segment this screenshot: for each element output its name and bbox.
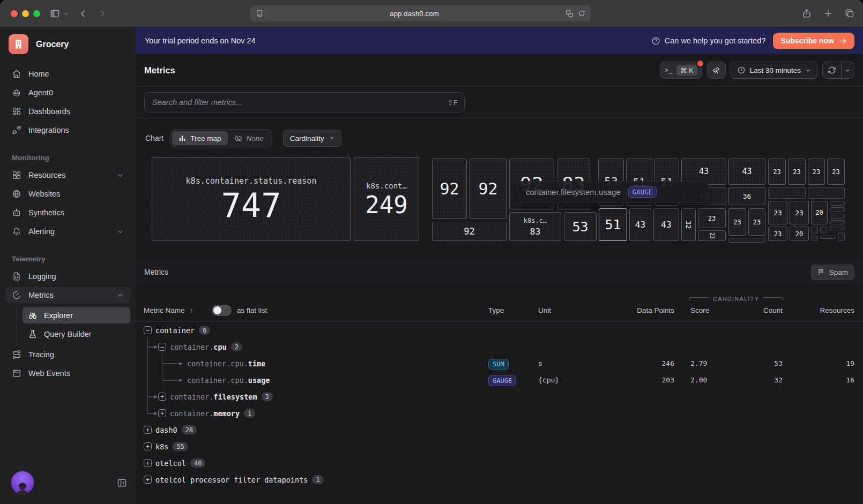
treemap-tile-23[interactable]: 23 [808,159,825,185]
metrics-search-box[interactable]: ⇧F [144,92,465,112]
time-range-selector[interactable]: Last 30 minutes [731,62,817,79]
treemap-tile-43[interactable]: 43 [653,208,679,241]
metric-row-otelcol[interactable]: +otelcol40 [136,455,863,471]
treemap-tile-empty[interactable] [728,238,765,243]
expand-icon[interactable]: + [144,476,152,484]
treemap-tile-empty[interactable] [830,220,845,224]
zoom-window-button[interactable] [33,10,40,17]
sidebar-item-alerting[interactable]: Alerting [5,223,130,239]
treemap-tile-23[interactable]: 23 [728,208,746,236]
sidebar-item-resources[interactable]: Resources [5,167,130,183]
sidebar-item-tracing[interactable]: Tracing [5,347,130,363]
sidebar-item-websites[interactable]: Websites [5,186,130,202]
help-link[interactable]: Can we help you get started? [651,36,766,46]
column-score[interactable]: Score [674,306,744,314]
expand-icon[interactable]: + [144,442,152,450]
treemap-tile-empty[interactable] [820,227,827,234]
chart-type-none-button[interactable]: None [228,131,270,145]
translate-icon[interactable] [566,10,574,18]
browser-sidebar-toggle-icon[interactable] [50,9,60,19]
column-type[interactable]: Type [488,306,538,314]
flat-list-toggle[interactable] [212,305,232,316]
metric-row-container.cpu[interactable]: −container.cpu2 [136,338,863,355]
collapse-sidebar-icon[interactable] [117,478,127,488]
command-palette-button[interactable]: >_ ⌘ K [660,62,702,79]
treemap-tile-32[interactable]: 32 [681,208,696,241]
metric-row-container.cpu.time[interactable]: container.cpu.timeSUMs2462.795319 [136,355,863,372]
treemap-tile-empty[interactable] [811,236,818,241]
metric-row-container.cpu.usage[interactable]: container.cpu.usageGAUGE{cpu}2032.003216 [136,372,863,388]
treemap-tile-23[interactable]: 23 [698,208,726,228]
treemap-tile-empty[interactable] [768,187,806,199]
treemap-tile-empty[interactable] [830,214,845,219]
address-bar[interactable]: app.dash0.com [250,5,591,21]
sidebar-item-query-builder[interactable]: Query Builder [23,326,130,342]
browser-back-icon[interactable] [79,9,88,18]
collapse-icon[interactable]: − [144,326,152,334]
minimize-window-button[interactable] [22,10,29,17]
treemap-tile-23[interactable]: 23 [698,230,726,241]
treemap-tile-43[interactable]: 43 [629,208,651,241]
metric-row-otelcol_processor_filter_datapoints[interactable]: +otelcol_processor_filter_datapoints1 [136,471,863,488]
metric-row-container.filesystem[interactable]: +container.filesystem3 [136,388,863,405]
reload-icon[interactable] [578,10,585,17]
treemap-tile-empty[interactable] [830,201,845,206]
column-data-points[interactable]: Data Points [605,306,674,314]
close-window-button[interactable] [11,10,18,17]
treemap-tile-53[interactable]: 53 [564,212,597,241]
refresh-button[interactable] [823,62,842,78]
new-tab-icon[interactable] [823,9,833,18]
treemap-tile-23[interactable]: 23 [768,227,787,241]
treemap-tile-23[interactable]: 23 [748,208,765,236]
treemap-tile-43[interactable]: 43 [728,159,765,185]
sidebar-item-home[interactable]: Home [5,66,130,82]
treemap-tile-23[interactable]: 23 [768,159,786,185]
sidebar-item-synthetics[interactable]: Synthetics [5,205,130,221]
treemap-tile-empty[interactable] [808,187,845,199]
expand-icon[interactable]: + [158,409,166,417]
treemap-tile-k8s.container.status.reason[interactable]: k8s.container.status.reason747 [152,157,351,241]
collapse-icon[interactable]: − [158,343,166,351]
sidebar-item-agent0[interactable]: Agent0 [5,85,130,101]
metric-row-container.memory[interactable]: +container.memory1 [136,405,863,422]
treemap-tile-92[interactable]: 92 [432,222,507,241]
sidebar-item-dashboards[interactable]: Dashboards [5,103,130,119]
search-input[interactable] [151,97,447,107]
expand-icon[interactable]: + [144,459,152,467]
refresh-options-button[interactable] [842,62,854,78]
org-switcher[interactable]: Grocery [0,27,136,59]
treemap-tile-empty[interactable] [811,227,818,234]
treemap-tile-empty[interactable] [829,227,845,230]
treemap-tile-23[interactable]: 23 [768,201,787,224]
subscribe-button[interactable]: Subscribe now [773,33,854,49]
sidebar-item-logging[interactable]: Logging [5,268,130,284]
sidebar-item-explorer[interactable]: Explorer [23,307,130,324]
treemap-tile-empty[interactable] [830,207,845,212]
whats-new-button[interactable] [707,62,726,79]
treemap-tile-92[interactable]: 92 [432,159,467,219]
column-count[interactable]: Count [744,306,783,314]
treemap-tile-k8s.cont[interactable]: k8s.cont…249 [354,157,419,241]
treemap-tile-20[interactable]: 20 [790,227,809,241]
treemap-tile-51[interactable]: 51 [599,208,627,241]
page-settings-icon[interactable] [256,10,263,17]
sidebar-item-integrations[interactable]: Integrations [5,122,130,138]
treemap-tile-92[interactable]: 92 [470,159,507,219]
chart-type-treemap-button[interactable]: Tree map [172,131,227,145]
metric-row-container[interactable]: −container6 [136,322,863,338]
treemap-tile-23[interactable]: 23 [788,159,806,185]
treemap-tile-empty[interactable] [838,232,845,241]
sidebar-item-web-events[interactable]: Web Events [5,365,130,381]
chart-measure-dropdown[interactable]: Cardinality [283,130,341,147]
treemap-tile-empty[interactable] [820,236,836,239]
browser-forward-icon[interactable] [98,9,107,18]
treemap-tile-k8s.c[interactable]: k8s.c…83 [509,212,561,241]
column-unit[interactable]: Unit [538,306,605,314]
sort-ascending-icon[interactable]: ↑ [190,306,194,314]
expand-icon[interactable]: + [144,426,152,434]
treemap-tile-20[interactable]: 20 [811,201,828,224]
metric-row-dash0[interactable]: +dash028 [136,422,863,438]
metric-row-k8s[interactable]: +k8s55 [136,438,863,455]
user-avatar[interactable] [11,471,34,494]
treemap-tile-23[interactable]: 23 [790,201,809,224]
